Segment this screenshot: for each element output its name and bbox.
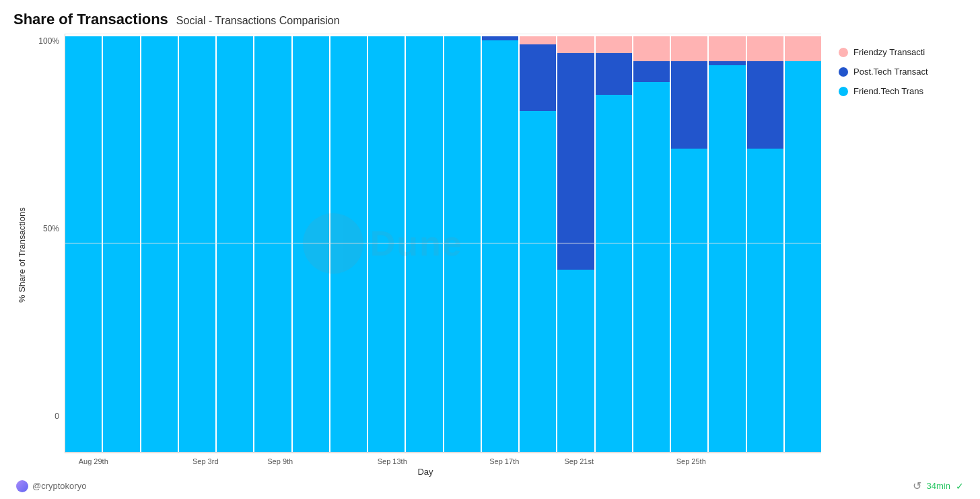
y-label-50: 50%: [30, 224, 65, 233]
y-axis-title: % Share of Transactions: [17, 208, 27, 303]
y-axis-title-wrapper: % Share of Transactions: [13, 34, 30, 477]
bar-column: [217, 36, 253, 453]
x-axis-label: Sep 17th: [487, 457, 523, 465]
legend-label: Friendzy Transacti: [853, 47, 925, 57]
bar-column: [520, 36, 556, 453]
x-axis-label: Sep 13th: [374, 457, 411, 465]
x-axis-title: Day: [30, 467, 821, 477]
legend-color-dot: [839, 87, 848, 96]
x-axis-label: [150, 457, 186, 465]
x-axis-label: [337, 457, 374, 465]
bar-column: [671, 36, 707, 453]
legend-item: Friendzy Transacti: [839, 47, 967, 57]
bar-column: [293, 36, 329, 453]
chart-wrapper: 100% 50% 0 Dune: [30, 34, 821, 477]
bar-column: [368, 36, 405, 453]
bar-column: [406, 36, 442, 453]
user-icon: [16, 480, 28, 492]
check-icon: ✓: [956, 481, 964, 492]
bars-area: Dune: [65, 34, 821, 453]
bar-column: [785, 36, 821, 453]
x-axis-label: [636, 457, 672, 465]
legend-item: Post.Tech Transact: [839, 67, 967, 77]
x-axis-label: Sep 21st: [561, 457, 598, 465]
chart-subtitle: Social - Transactions Comparision: [176, 15, 340, 27]
chart-header: Share of Transactions Social - Transacti…: [13, 11, 967, 28]
footer-right: ↺ 34min ✓: [913, 479, 964, 492]
x-axis-label: Sep 9th: [262, 457, 299, 465]
bar-column: [596, 36, 632, 453]
x-axis-label: [598, 457, 635, 465]
bar-column: [103, 36, 139, 453]
bar-column: [557, 36, 594, 453]
x-axis-label: [748, 457, 784, 465]
y-label-0: 0: [30, 412, 65, 421]
bar-column: [141, 36, 178, 453]
x-axis: Aug 29thSep 3rdSep 9thSep 13thSep 17thSe…: [75, 457, 821, 465]
chart-and-legend: 100% 50% 0 Dune: [30, 34, 967, 477]
legend-item: Friend.Tech Trans: [839, 86, 967, 96]
chart-title: Share of Transactions: [13, 11, 168, 28]
legend-label: Post.Tech Transact: [853, 67, 928, 77]
x-axis-label: [225, 457, 261, 465]
x-axis-label: [412, 457, 448, 465]
x-axis-label: [449, 457, 485, 465]
legend-color-dot: [839, 48, 848, 57]
gridline-top: [65, 34, 821, 34]
x-axis-label: Aug 29th: [75, 457, 112, 465]
bar-column: [709, 36, 745, 453]
footer: @cryptokoryo ↺ 34min ✓: [13, 479, 967, 492]
username: @cryptokoryo: [32, 481, 86, 491]
x-axis-label: Sep 3rd: [188, 457, 224, 465]
x-axis-label: [711, 457, 747, 465]
chart-legend: Friendzy TransactiPost.Tech TransactFrie…: [832, 34, 967, 477]
bar-column: [747, 36, 783, 453]
x-axis-label: Sep 25th: [673, 457, 709, 465]
bar-column: [633, 36, 670, 453]
y-label-100: 100%: [30, 36, 65, 46]
x-axis-label: [300, 457, 336, 465]
chart-area: % Share of Transactions 100% 50% 0: [13, 34, 967, 477]
refresh-icon[interactable]: ↺: [913, 479, 921, 492]
bar-column: [330, 36, 367, 453]
bar-column: [482, 36, 518, 453]
y-axis-labels: 100% 50% 0: [30, 34, 65, 453]
main-container: Share of Transactions Social - Transacti…: [0, 0, 980, 499]
footer-left: @cryptokoryo: [16, 480, 86, 492]
bar-column: [65, 36, 102, 453]
legend-label: Friend.Tech Trans: [853, 86, 923, 96]
bar-column: [179, 36, 215, 453]
refresh-time: 34min: [927, 481, 950, 491]
bar-column: [444, 36, 481, 453]
bar-column: [254, 36, 291, 453]
x-axis-label: [785, 457, 822, 465]
x-axis-label: [524, 457, 560, 465]
legend-color-dot: [839, 67, 848, 77]
x-axis-label: [113, 457, 149, 465]
